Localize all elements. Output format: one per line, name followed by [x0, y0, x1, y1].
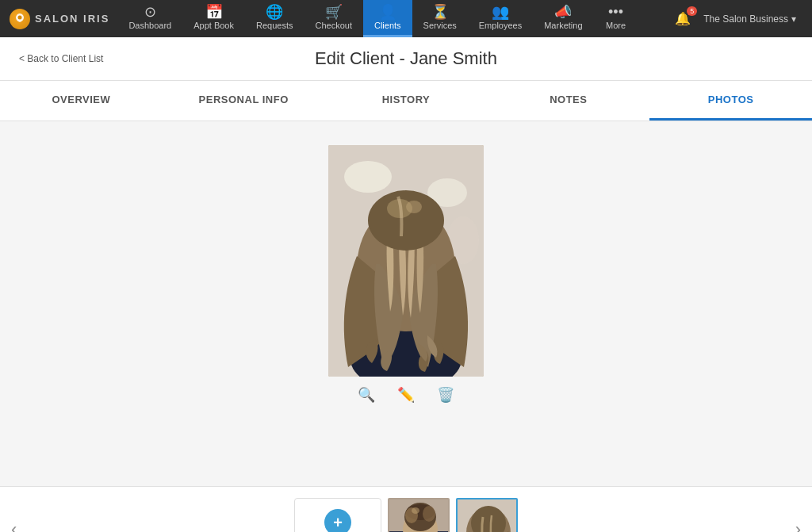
dashboard-icon: ⊙ — [144, 5, 156, 19]
edit-photo-button[interactable]: ✏️ — [394, 385, 418, 405]
services-icon: ⏳ — [431, 5, 449, 19]
clients-icon: 👤 — [379, 5, 396, 19]
business-name: The Salon Business — [703, 13, 788, 25]
marketing-label: Marketing — [544, 21, 582, 30]
nav-item-services[interactable]: ⏳Services — [412, 0, 468, 37]
navbar: SALON IRIS ⊙Dashboard📅Appt Book🌐Requests… — [0, 0, 812, 37]
dashboard-label: Dashboard — [128, 21, 171, 30]
notifications-badge: 5 — [687, 6, 697, 16]
thumbnails-row: + New Photo 📷 — [294, 498, 518, 532]
main-photo[interactable] — [328, 145, 484, 377]
page-title: Edit Client - Jane Smith — [315, 48, 497, 69]
breadcrumb-bar: < Back to Client List Edit Client - Jane… — [0, 37, 812, 81]
nav-item-dashboard[interactable]: ⊙Dashboard — [117, 0, 182, 37]
tab-photos[interactable]: Photos — [649, 81, 812, 121]
logo-icon — [10, 9, 30, 29]
svg-point-20 — [412, 507, 419, 514]
svg-point-2 — [344, 161, 392, 193]
zoom-photo-button[interactable]: 🔍 — [354, 385, 378, 405]
clients-label: Clients — [374, 21, 401, 30]
more-label: More — [606, 21, 626, 30]
photos-tab-content: 🔍 ✏️ 🗑️ — [0, 121, 812, 486]
more-icon: ••• — [608, 5, 623, 19]
business-selector[interactable]: The Salon Business ▾ — [703, 13, 796, 25]
requests-label: Requests — [256, 21, 293, 30]
nav-item-more[interactable]: •••More — [594, 0, 638, 37]
brand-name: SALON IRIS — [35, 13, 109, 25]
thumbnail-1[interactable] — [388, 498, 450, 532]
checkout-icon: 🛒 — [325, 5, 343, 19]
nav-item-clients[interactable]: 👤Clients — [363, 0, 412, 37]
nav-items: ⊙Dashboard📅Appt Book🌐Requests🛒Checkout👤C… — [117, 0, 675, 37]
nav-item-marketing[interactable]: 📣Marketing — [533, 0, 593, 37]
svg-point-19 — [423, 506, 435, 522]
svg-point-10 — [368, 190, 444, 251]
nav-item-employees[interactable]: 👥Employees — [468, 0, 533, 37]
delete-photo-button[interactable]: 🗑️ — [434, 385, 458, 405]
add-new-photo-thumb[interactable]: + New Photo 📷 — [294, 498, 381, 532]
tabs-bar: OverviewPersonal InfoHistoryNotesPhotos — [0, 81, 812, 121]
marketing-icon: 📣 — [554, 5, 572, 19]
prev-thumbnail-button[interactable]: ‹ — [0, 511, 28, 532]
tab-history[interactable]: History — [325, 81, 488, 121]
requests-icon: 🌐 — [266, 5, 283, 19]
nav-right: 🔔 5 The Salon Business ▾ — [675, 11, 806, 26]
notifications-bell[interactable]: 🔔 5 — [675, 11, 691, 26]
thumbnail-strip: ‹ + New Photo 📷 — [0, 486, 812, 532]
back-to-client-list[interactable]: < Back to Client List — [19, 53, 103, 64]
nav-item-requests[interactable]: 🌐Requests — [245, 0, 304, 37]
brand-logo[interactable]: SALON IRIS — [6, 9, 117, 29]
nav-item-checkout[interactable]: 🛒Checkout — [304, 0, 362, 37]
tab-personal-info[interactable]: Personal Info — [163, 81, 325, 121]
apptbook-icon: 📅 — [205, 5, 223, 19]
thumbnail-2[interactable] — [456, 498, 518, 532]
tab-notes[interactable]: Notes — [487, 81, 649, 121]
employees-icon: 👥 — [492, 5, 509, 19]
svg-point-12 — [406, 201, 422, 213]
svg-point-0 — [18, 15, 22, 19]
nav-item-apptbook[interactable]: 📅Appt Book — [182, 0, 245, 37]
employees-label: Employees — [479, 21, 522, 30]
chevron-down-icon: ▾ — [791, 13, 796, 25]
services-label: Services — [423, 21, 457, 30]
checkout-label: Checkout — [315, 21, 351, 30]
main-photo-wrapper: 🔍 ✏️ 🗑️ — [328, 145, 484, 405]
add-photo-plus-icon: + — [324, 509, 351, 532]
tab-overview[interactable]: Overview — [0, 81, 163, 121]
next-thumbnail-button[interactable]: › — [784, 511, 812, 532]
photo-actions: 🔍 ✏️ 🗑️ — [354, 385, 458, 405]
apptbook-label: Appt Book — [193, 21, 234, 30]
